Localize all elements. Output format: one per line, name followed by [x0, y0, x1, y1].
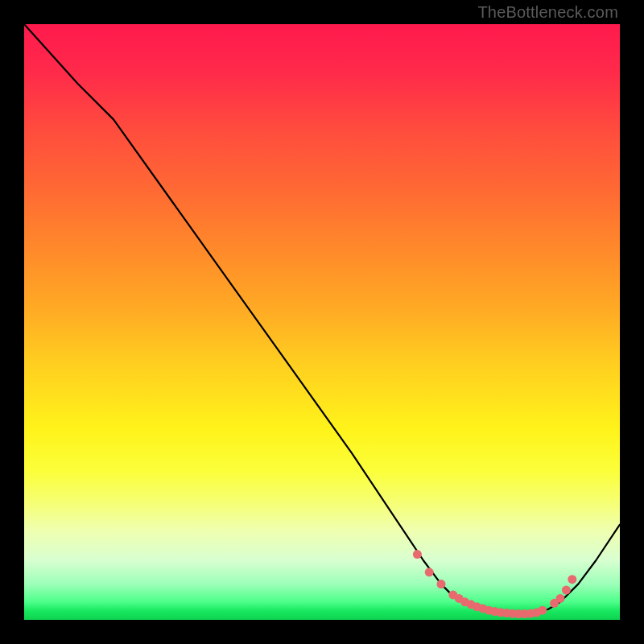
highlight-dot — [538, 606, 547, 615]
highlight-dot — [413, 550, 422, 559]
highlight-dot — [562, 586, 571, 595]
chart-svg — [24, 24, 620, 620]
watermark-text: TheBottleneck.com — [477, 3, 618, 22]
plot-area — [24, 24, 620, 620]
highlight-dots — [413, 550, 576, 618]
highlight-dot — [437, 580, 446, 588]
highlight-dot — [568, 575, 576, 584]
highlight-dot — [425, 568, 434, 576]
highlight-dot — [556, 594, 565, 603]
bottleneck-curve — [24, 24, 620, 614]
chart-frame: TheBottleneck.com — [0, 0, 644, 644]
